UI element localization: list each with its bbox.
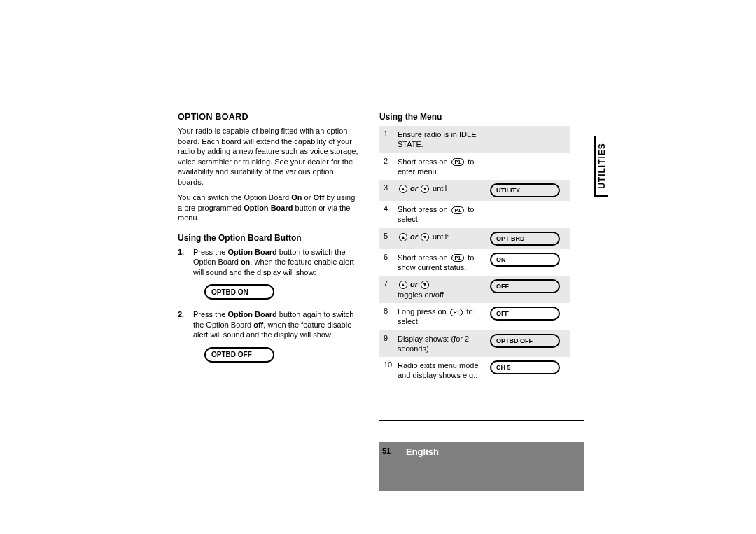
row-desc: Short press on P1 to show current status… (398, 253, 490, 273)
right-column: Using the Menu 1Ensure radio is in IDLE … (379, 112, 570, 384)
row-number: 8 (384, 307, 398, 315)
left-column: OPTION BOARD Your radio is capable of be… (178, 112, 361, 372)
p1-button-icon: P1 (450, 309, 463, 316)
row-display: CH 5 (490, 360, 566, 374)
row-desc: ▲or▼ until: (398, 232, 490, 241)
menu-row-10: 10Radio exits menu mode and display show… (379, 357, 570, 384)
row-desc: ▲or▼toggles on/off (398, 279, 490, 300)
row-desc: Radio exits menu mode and display shows … (398, 360, 490, 381)
row-number: 3 (384, 183, 398, 192)
row-desc: Ensure radio is in IDLE STATE. (398, 129, 490, 150)
radio-display-icon: ON (490, 253, 560, 267)
button-steps: 1. Press the Option Board button to swit… (178, 247, 361, 278)
intro-paragraph: Your radio is capable of being fitted wi… (178, 126, 361, 187)
row-desc: Short press on P1 to enter menu (398, 157, 490, 177)
page-number: 51 (382, 447, 406, 455)
manual-page: OPTION BOARD Your radio is capable of be… (178, 112, 584, 497)
p1-button-icon: P1 (451, 158, 465, 166)
row-number: 4 (384, 204, 398, 213)
menu-row-7: 7▲or▼toggles on/offOFF (379, 276, 570, 303)
or-text: or (410, 232, 418, 241)
step-2: 2. Press the Option Board button again t… (178, 309, 361, 340)
menu-row-4: 4Short press on P1 to select (379, 201, 570, 228)
row-number: 7 (384, 279, 398, 288)
step-1: 1. Press the Option Board button to swit… (178, 247, 361, 278)
row-display: ON (490, 253, 566, 267)
row-display: OFF (490, 279, 566, 293)
menu-heading: Using the Menu (379, 112, 570, 122)
page-language: English (406, 447, 439, 457)
row-number: 5 (384, 232, 398, 240)
menu-row-6: 6Short press on P1 to show current statu… (379, 249, 570, 276)
down-icon: ▼ (421, 233, 429, 241)
row-desc: Display shows: (for 2 seconds) (398, 334, 490, 354)
row-display: OPT BRD (490, 232, 566, 246)
menu-row-8: 8Long press on P1 to selectOFF (379, 303, 570, 330)
row-number: 10 (384, 360, 398, 369)
row-display: OPTBD OFF (490, 334, 566, 348)
up-icon: ▲ (399, 185, 407, 193)
menu-row-2: 2Short press on P1 to enter menu (379, 153, 570, 181)
row-number: 2 (384, 157, 398, 165)
menu-steps-table: 1Ensure radio is in IDLE STATE.2Short pr… (379, 126, 570, 384)
menu-row-9: 9Display shows: (for 2 seconds)OPTBD OFF (379, 330, 570, 358)
button-steps-2: 2. Press the Option Board button again t… (178, 309, 361, 340)
section-heading: OPTION BOARD (178, 112, 361, 122)
down-icon: ▼ (421, 281, 429, 289)
radio-display-icon: OPTBD OFF (490, 334, 560, 348)
p1-button-icon: P1 (451, 206, 465, 214)
row-desc: ▲or▼ until (398, 183, 490, 193)
switch-paragraph: You can switch the Option Board On or Of… (178, 192, 361, 223)
subsection-heading: Using the Option Board Button (178, 233, 361, 243)
row-desc: Long press on P1 to select (398, 307, 490, 327)
menu-row-1: 1Ensure radio is in IDLE STATE. (379, 126, 570, 153)
menu-row-3: 3▲or▼ untilUTILITY (379, 180, 570, 201)
radio-display-icon: UTILITY (490, 183, 560, 197)
radio-display-icon: CH 5 (490, 360, 560, 374)
or-text: or (410, 280, 418, 288)
radio-display-icon: OFF (490, 307, 560, 321)
or-text: or (410, 184, 418, 192)
row-display: UTILITY (490, 183, 566, 197)
row-desc: Short press on P1 to select (398, 204, 490, 225)
side-tab-label: UTILITIES (597, 143, 607, 189)
up-icon: ▲ (399, 281, 407, 289)
radio-display-icon: OFF (490, 279, 560, 293)
down-icon: ▼ (421, 185, 429, 193)
page-footer: 51 English (379, 442, 584, 491)
radio-display-off: OPTBD OFF (204, 347, 274, 363)
row-number: 1 (384, 129, 398, 138)
side-tab: UTILITIES (594, 136, 608, 197)
radio-display-on: OPTBD ON (204, 284, 274, 300)
p1-button-icon: P1 (451, 254, 465, 262)
row-display: OFF (490, 307, 566, 321)
row-number: 9 (384, 334, 398, 342)
row-number: 6 (384, 253, 398, 261)
up-icon: ▲ (399, 233, 407, 241)
menu-row-5: 5▲or▼ until:OPT BRD (379, 228, 570, 249)
separator-line (379, 420, 584, 421)
radio-display-icon: OPT BRD (490, 232, 560, 246)
